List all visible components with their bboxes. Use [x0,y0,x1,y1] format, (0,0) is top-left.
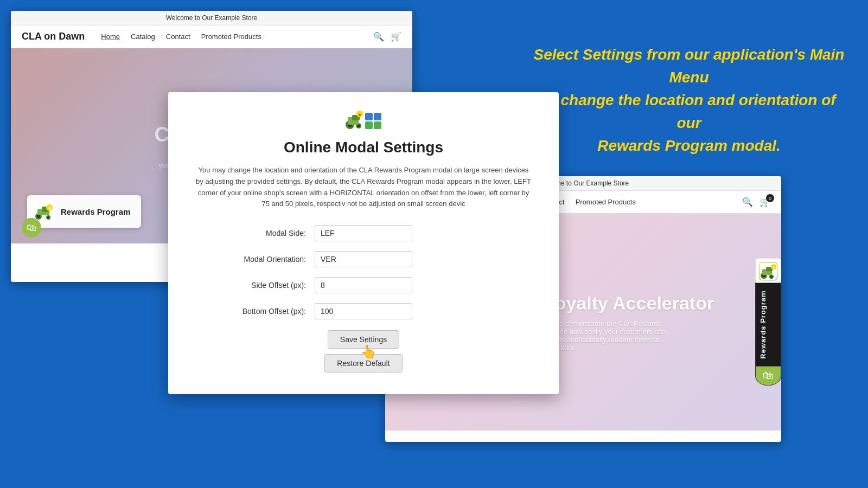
store-left-nav-icons: 🔍 🛒 [373,31,401,42]
rewards-badge-right-label: Rewards Program [755,282,781,366]
rewards-badge-left[interactable]: ★ Rewards Program 🛍 [27,195,141,228]
modal-settings-window: ★ Online Modal Settings You may change t… [168,92,559,394]
modal-logo: ★ [195,108,532,130]
label-modal-side: Modal Side: [195,229,315,237]
search-icon-right[interactable]: 🔍 [742,197,753,207]
form-row-side-offset: Side Offset (px): [195,277,532,293]
form-row-modal-orientation: Modal Orientation: [195,251,532,267]
svg-text:★: ★ [358,113,361,117]
svg-point-6 [47,216,49,219]
cart-badge: 0 [766,194,774,202]
shopify-icon-left: 🛍 [22,218,41,237]
svg-rect-18 [374,113,381,120]
shopify-icon-right: 🛍 [755,367,781,386]
svg-rect-17 [365,113,373,120]
input-modal-side[interactable] [315,225,412,241]
cart-icon[interactable]: 🛒 [391,31,401,42]
label-modal-orientation: Modal Orientation: [195,255,315,264]
cla-mini-icon: ★ [759,262,777,280]
rewards-badge-right-svg: ★ [760,262,777,280]
input-bottom-offset[interactable] [315,303,412,319]
shopify-bag-icon: 🛍 [27,222,36,234]
instruction-line3: Rewards Program modal. [597,137,781,154]
svg-text:★: ★ [48,206,52,211]
form-row-modal-side: Modal Side: [195,225,532,241]
modal-logo-img: ★ [344,108,382,130]
nav-link-catalog[interactable]: Catalog [131,33,155,41]
search-icon[interactable]: 🔍 [373,31,384,42]
nav-right-promoted[interactable]: Promoted Products [576,198,636,206]
modal-settings-description: You may change the location and orientat… [195,165,532,210]
store-left-announcement: Welcome to Our Example Store [11,11,412,25]
store-left-nav: CLA on Dawn Home Catalog Contact Promote… [11,25,412,48]
modal-logo-icon: ★ [344,108,382,130]
label-side-offset: Side Offset (px): [195,281,315,290]
nav-link-promoted[interactable]: Promoted Products [201,33,261,41]
svg-rect-20 [374,121,381,129]
svg-point-25 [770,275,773,278]
svg-point-12 [358,125,360,127]
instruction-line1: Select Settings from our application's M… [534,46,845,86]
rewards-badge-left-label: Rewards Program [61,207,130,216]
svg-point-5 [37,215,40,218]
rewards-badge-right-icon-top: ★ [755,258,781,282]
instruction-block: Select Settings from our application's M… [532,43,846,157]
instruction-line2: to change the location and orientation o… [542,92,835,131]
input-side-offset[interactable] [315,277,412,293]
nav-link-home[interactable]: Home [101,33,120,41]
store-left-logo: CLA on Dawn [22,31,85,42]
cart-icon-right[interactable]: 🛒 0 [760,197,770,207]
modal-button-row: Save Settings 👆 Restore Default [195,330,532,373]
store-right-nav-icons: 🔍 🛒 0 [742,197,770,207]
form-row-bottom-offset: Bottom Offset (px): [195,303,532,319]
shopify-bag-icon-right: 🛍 [763,370,774,382]
store-left-nav-links: Home Catalog Contact Promoted Products [101,33,261,41]
save-settings-button[interactable]: Save Settings [328,330,399,349]
save-button-wrap: Save Settings 👆 [328,330,399,349]
svg-rect-19 [365,121,373,129]
rewards-badge-right[interactable]: ★ Rewards Program 🛍 [755,258,781,386]
restore-defaults-button[interactable]: Restore Default [324,354,402,373]
nav-link-contact[interactable]: Contact [166,33,190,41]
label-bottom-offset: Bottom Offset (px): [195,307,315,316]
modal-settings-title: Online Modal Settings [195,139,532,156]
input-modal-orientation[interactable] [315,251,412,267]
